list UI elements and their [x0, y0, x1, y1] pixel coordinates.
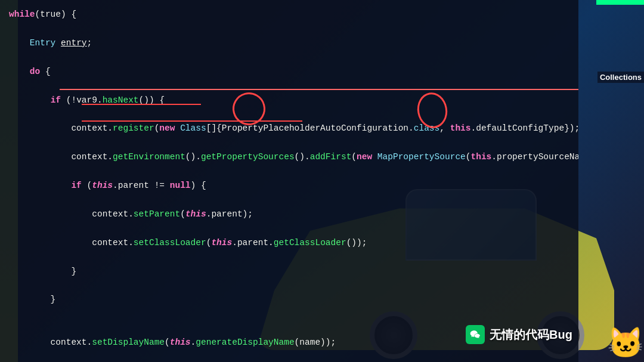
- annotation-line-setparent: [82, 104, 201, 105]
- cat-emoji: 🐱: [596, 314, 644, 362]
- right-panel: Collections: [578, 0, 644, 362]
- collections-label: Collections: [597, 72, 644, 83]
- watermark: 无情的代码Bug: [466, 325, 572, 344]
- watermark-text: 无情的代码Bug: [490, 327, 572, 343]
- annotation-underline: [60, 88, 578, 90]
- wechat-icon: [466, 325, 485, 344]
- code-block: while(true) { Entry entry; do { if (!var…: [0, 5, 578, 362]
- green-accent-bar: [596, 0, 644, 5]
- annotation-line-setclassloader: [82, 120, 302, 122]
- code-panel: while(true) { Entry entry; do { if (!var…: [0, 0, 578, 362]
